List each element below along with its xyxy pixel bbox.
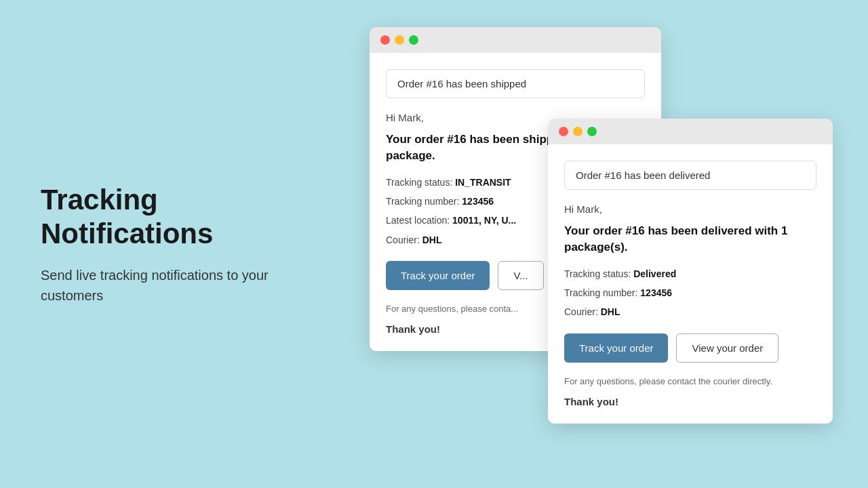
dot-red-icon-2: [559, 127, 568, 136]
dot-red-icon: [380, 35, 390, 45]
buttons-delivered: Track your order View your order: [564, 333, 816, 363]
page-title: Tracking Notifications: [41, 183, 298, 251]
footer-delivered: For any questions, please contact the co…: [564, 376, 816, 386]
thank-you-delivered: Thank you!: [564, 396, 816, 407]
courier-delivered: Courier: DHL: [564, 304, 816, 319]
dot-green-icon-2: [587, 127, 597, 136]
dot-green-icon: [409, 35, 418, 45]
left-panel: Tracking Notifications Send live trackin…: [41, 183, 298, 306]
track-order-button-shipped[interactable]: Track your order: [386, 261, 490, 290]
page-subtitle: Send live tracking notifications to your…: [41, 264, 298, 305]
tracking-status-delivered: Tracking status: Delivered: [564, 266, 816, 281]
greeting-delivered: Hi Mark,: [564, 203, 816, 215]
subject-delivered: Order #16 has been delivered: [564, 161, 816, 190]
tracking-number-delivered: Tracking number: 123456: [564, 285, 816, 300]
main-message-delivered: Your order #16 has been delivered with 1…: [564, 223, 816, 256]
titlebar-delivered: [548, 119, 833, 144]
view-order-button-shipped[interactable]: V...: [498, 261, 543, 290]
track-order-button-delivered[interactable]: Track your order: [564, 333, 668, 363]
dot-yellow-icon-2: [573, 127, 583, 136]
titlebar-shipped: [370, 27, 661, 53]
subject-shipped: Order #16 has been shipped: [386, 69, 645, 98]
dot-yellow-icon: [395, 35, 404, 45]
view-order-button-delivered[interactable]: View your order: [676, 333, 778, 363]
browser-window-delivered: Order #16 has been delivered Hi Mark, Yo…: [548, 119, 833, 424]
